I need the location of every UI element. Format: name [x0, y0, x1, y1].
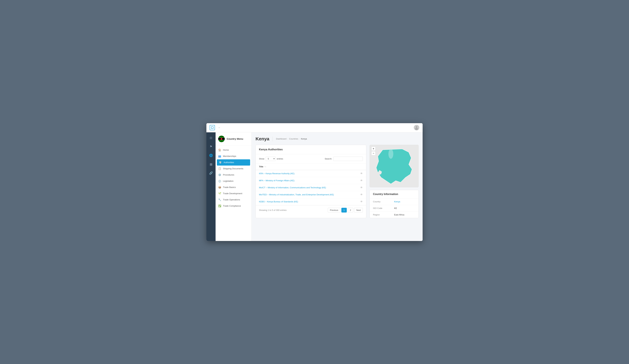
breadcrumb-dashboard[interactable]: Dashboard: [276, 138, 287, 140]
avatar[interactable]: [414, 125, 419, 130]
trade-ops-icon: 🔧: [218, 198, 221, 201]
svg-point-0: [416, 126, 417, 128]
map-icon[interactable]: ▦: [208, 162, 214, 167]
trade-compliance-icon: ✅: [218, 204, 221, 207]
sidebar-header: Country Menu: [216, 132, 251, 146]
kebs-view-icon[interactable]: 👁: [357, 198, 366, 205]
table-card-header: Kenya Authorities: [256, 145, 366, 154]
page-1-button[interactable]: 1: [341, 208, 347, 212]
kebs-link[interactable]: KEBS – Kenya Bureau of Standards (KE): [259, 200, 298, 203]
globe-icon[interactable]: 🌐: [208, 153, 214, 158]
breadcrumb-countries[interactable]: Countries: [289, 138, 298, 140]
show-entries: Show 5 10 25 50 100 entries: [259, 157, 283, 161]
table-row: MoICT – Ministry of Information, Communi…: [256, 184, 366, 191]
country-info-title: Country Information: [370, 190, 419, 198]
sidebar-item-authorities-label: Authorities: [224, 161, 234, 164]
svg-point-10: [388, 149, 393, 159]
next-button[interactable]: Next: [354, 208, 363, 212]
sidebar-item-trade-compliance-label: Trade Compliance: [223, 205, 241, 207]
table-footer: Showing 1 to 5 of 300 entries Previous 1…: [256, 205, 366, 215]
sidebar-item-memberships[interactable]: 👥 Memberships: [216, 153, 251, 159]
moict-link[interactable]: MoICT – Ministry of Information, Communi…: [259, 186, 326, 189]
header-divider: [273, 136, 273, 141]
page-title: Kenya: [256, 136, 269, 142]
authorities-icon: 🛡️: [219, 161, 222, 164]
sidebar-item-home[interactable]: 🏠 Home: [216, 147, 251, 153]
sidebar: Country Menu 🏠 Home 👥 Memberships 🛡️ Aut…: [216, 132, 252, 241]
logo-icon[interactable]: [210, 125, 215, 130]
moict-view-icon[interactable]: 👁: [357, 184, 366, 191]
authorities-table: Title ↑↓ KRA – Kenya Revenue Authority (…: [256, 164, 366, 205]
sidebar-item-trade-basics-label: Trade Basics: [223, 186, 236, 188]
pagination: Previous 1 2 Next: [328, 208, 363, 212]
sidebar-item-trade-development[interactable]: 🌱 Trade Development: [216, 190, 251, 197]
app-window: → ◎ ⚑ 🌐 ▦ 🔗: [206, 123, 423, 241]
page-header: Kenya Dashboard - Countries - Kenya: [256, 136, 419, 142]
table-row: MoITED – Ministry of Industrialization, …: [256, 191, 366, 198]
iso-value: KE: [394, 207, 415, 209]
country-info-card: Country Information Country Kenya ISO Co…: [369, 190, 419, 218]
show-label: Show: [259, 158, 264, 160]
previous-button[interactable]: Previous: [328, 208, 340, 212]
sidebar-item-trade-operations-label: Trade Operations: [223, 198, 240, 201]
showing-text: Showing 1 to 5 of 300 entries: [259, 209, 287, 211]
country-value[interactable]: Kenya: [394, 200, 415, 203]
breadcrumb-sep-1: -: [288, 138, 288, 140]
content-row: Kenya Authorities Show 5 10 25 50 100: [256, 145, 419, 218]
zoom-in-button[interactable]: +: [371, 147, 376, 151]
home-icon: 🏠: [218, 149, 221, 152]
page-2-button[interactable]: 2: [348, 208, 353, 212]
sidebar-item-procedures-label: Procedures: [223, 174, 234, 176]
sidebar-item-home-label: Home: [223, 149, 229, 151]
kra-link[interactable]: KRA – Kenya Revenue Authority (KE): [259, 172, 295, 175]
sidebar-item-legislation[interactable]: ⚖️ Legislation: [216, 178, 251, 184]
breadcrumb-kenya: Kenya: [301, 138, 307, 140]
mfa-link[interactable]: MFA – Ministry of Foreign Affairs (KE): [259, 179, 295, 182]
title-column-header: Title ↑↓: [256, 164, 357, 170]
breadcrumb: Dashboard - Countries - Kenya: [276, 138, 307, 140]
sidebar-item-trade-operations[interactable]: 🔧 Trade Operations: [216, 197, 251, 203]
link-icon[interactable]: 🔗: [208, 170, 214, 176]
country-info-row-country: Country Kenya: [370, 198, 419, 205]
sidebar-title: Country Menu: [227, 137, 243, 140]
sidebar-item-trade-development-label: Trade Development: [223, 192, 242, 195]
top-bar-left: →: [210, 125, 220, 130]
country-info-row-iso: ISO Code KE: [370, 205, 419, 211]
forward-arrow-icon[interactable]: →: [218, 126, 220, 129]
sidebar-item-procedures[interactable]: ⚙️ Procedures: [216, 172, 251, 178]
entries-select[interactable]: 5 10 25 50 100: [266, 157, 276, 161]
moited-link[interactable]: MoITED – Ministry of Industrialization, …: [259, 193, 334, 196]
icon-rail: ◎ ⚑ 🌐 ▦ 🔗: [206, 132, 216, 241]
search-control: Search:: [325, 157, 363, 161]
zoom-out-button[interactable]: −: [371, 151, 376, 155]
sidebar-item-legislation-label: Legislation: [223, 180, 234, 182]
table-row: KEBS – Kenya Bureau of Standards (KE) 👁: [256, 198, 366, 205]
legislation-icon: ⚖️: [218, 180, 221, 182]
sidebar-item-shipping-documents[interactable]: 📋 Shipping Documents: [216, 166, 251, 172]
mfa-view-icon[interactable]: 👁: [357, 177, 366, 184]
map-controls: + −: [371, 147, 376, 155]
activity-icon[interactable]: ◎: [208, 135, 214, 141]
main-content: Kenya Dashboard - Countries - Kenya Keny…: [252, 132, 423, 241]
action-column-header: [357, 164, 366, 170]
region-label: Region: [373, 213, 394, 216]
svg-point-1: [415, 128, 418, 130]
sidebar-item-shipping-label: Shipping Documents: [223, 167, 243, 170]
moited-view-icon[interactable]: 👁: [357, 191, 366, 198]
sidebar-item-trade-basics[interactable]: 📦 Trade Basics: [216, 184, 251, 190]
sort-arrows-icon[interactable]: ↑↓: [264, 165, 266, 168]
authorities-table-card: Kenya Authorities Show 5 10 25 50 100: [256, 145, 366, 218]
table-controls: Show 5 10 25 50 100 entries Search:: [256, 154, 366, 164]
sidebar-item-trade-compliance[interactable]: ✅ Trade Compliance: [216, 203, 251, 209]
kra-view-icon[interactable]: 👁: [357, 170, 366, 177]
country-label: Country: [373, 200, 394, 203]
kenya-map-svg: [370, 145, 419, 187]
right-panel: + −: [369, 145, 419, 218]
top-bar: →: [206, 123, 423, 132]
flag-icon[interactable]: ⚑: [208, 144, 214, 149]
sidebar-nav: 🏠 Home 👥 Memberships 🛡️ Authorities 📋 Sh…: [216, 146, 251, 210]
search-input[interactable]: [333, 157, 363, 161]
iso-label: ISO Code: [373, 207, 394, 209]
sidebar-item-authorities[interactable]: 🛡️ Authorities: [217, 159, 250, 166]
body-layout: ◎ ⚑ 🌐 ▦ 🔗: [206, 132, 423, 241]
